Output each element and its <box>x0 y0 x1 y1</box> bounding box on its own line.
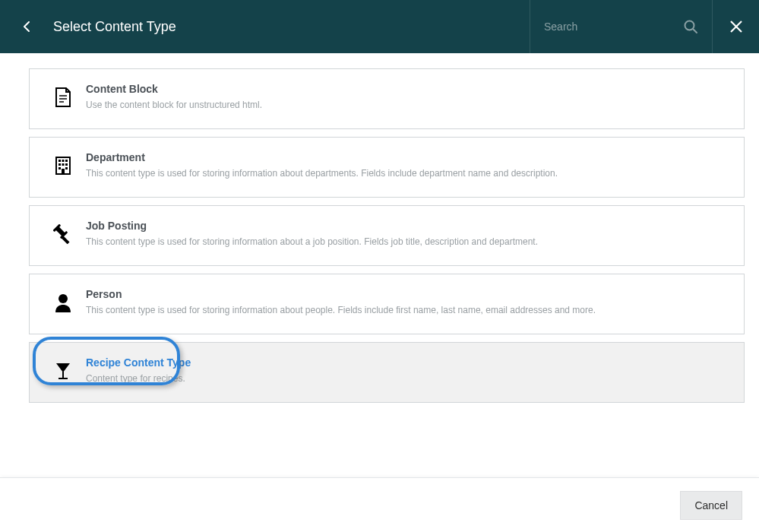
search-input[interactable] <box>544 21 683 33</box>
content-type-description: Use the content block for unstructured h… <box>86 100 729 110</box>
document-icon <box>40 83 86 107</box>
modal-header: Select Content Type <box>0 0 759 53</box>
svg-rect-20 <box>61 236 69 244</box>
svg-rect-22 <box>62 372 64 378</box>
cocktail-icon <box>40 356 86 381</box>
content-type-description: This content type is used for storing in… <box>86 168 729 179</box>
svg-rect-23 <box>59 378 68 379</box>
content-type-title: Person <box>86 288 729 300</box>
page-title: Select Content Type <box>53 19 176 35</box>
svg-rect-9 <box>62 160 65 162</box>
content-type-title: Content Block <box>86 83 729 95</box>
content-type-title: Job Posting <box>86 220 729 232</box>
svg-rect-11 <box>59 163 61 166</box>
back-button[interactable] <box>15 15 38 38</box>
back-arrow-icon <box>23 21 30 32</box>
modal-footer: Cancel <box>0 477 759 532</box>
content-type-item-department[interactable]: Department This content type is used for… <box>29 137 745 198</box>
content-type-title: Recipe Content Type <box>86 356 729 369</box>
content-type-description: This content type is used for storing in… <box>86 305 729 315</box>
svg-point-21 <box>59 294 68 303</box>
content-type-description: This content type is used for storing in… <box>86 236 729 247</box>
content-type-title: Department <box>86 151 729 163</box>
close-icon <box>729 20 743 33</box>
content-type-item-recipe[interactable]: Recipe Content Type Content type for rec… <box>29 342 745 403</box>
content-type-item-person[interactable]: Person This content type is used for sto… <box>29 274 745 334</box>
svg-rect-10 <box>65 160 68 162</box>
person-icon <box>40 288 86 312</box>
search-icon[interactable] <box>683 19 698 34</box>
gavel-icon <box>40 220 86 244</box>
svg-rect-13 <box>65 163 68 166</box>
content-type-description: Content type for recipes. <box>86 373 729 384</box>
content-type-item-job-posting[interactable]: Job Posting This content type is used fo… <box>29 205 745 266</box>
cancel-button[interactable]: Cancel <box>680 491 742 520</box>
svg-rect-15 <box>65 167 68 169</box>
svg-rect-16 <box>62 169 65 174</box>
close-button[interactable] <box>712 0 759 53</box>
svg-rect-14 <box>59 167 61 169</box>
svg-line-1 <box>693 29 697 33</box>
content-type-item-content-block[interactable]: Content Block Use the content block for … <box>29 68 745 129</box>
content-type-list: Content Block Use the content block for … <box>0 53 759 403</box>
svg-rect-12 <box>62 163 65 166</box>
building-icon <box>40 151 86 176</box>
svg-rect-8 <box>59 160 61 162</box>
search-wrap <box>530 0 712 53</box>
